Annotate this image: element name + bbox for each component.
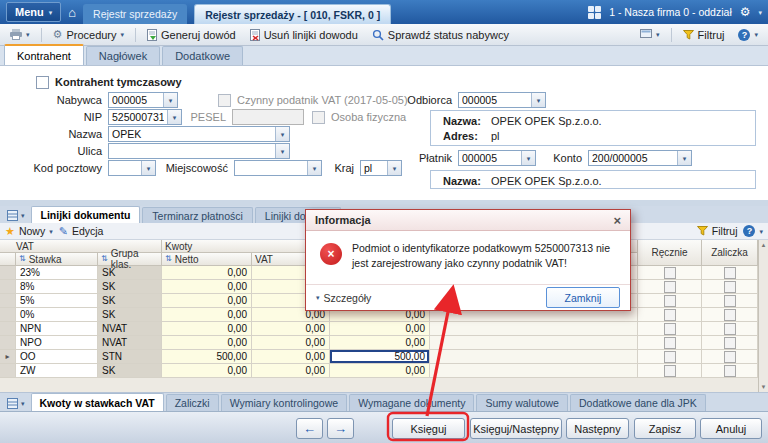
recznie-cell[interactable] bbox=[638, 294, 702, 308]
stawka-cell[interactable]: 23% bbox=[16, 266, 98, 280]
brutto-cell[interactable]: 0,00 bbox=[330, 364, 430, 378]
row-selector[interactable] bbox=[0, 294, 16, 308]
chevron-down-icon[interactable]: ▾ bbox=[167, 110, 181, 124]
kod-pocztowy-combo[interactable]: ▾ bbox=[108, 160, 156, 176]
netto-cell[interactable]: 0,00 bbox=[162, 364, 252, 378]
chevron-down-icon[interactable]: ▾ bbox=[387, 161, 401, 175]
row-selector[interactable] bbox=[0, 322, 16, 336]
nazwa-combo[interactable]: ▾ bbox=[108, 126, 290, 142]
zaliczka-cell[interactable] bbox=[702, 266, 758, 280]
pesel-input[interactable] bbox=[233, 113, 303, 127]
zaliczka-checkbox[interactable] bbox=[724, 267, 736, 279]
netto-cell[interactable]: 500,00 bbox=[162, 350, 252, 364]
chevron-down-icon[interactable]: ▾ bbox=[275, 144, 289, 158]
miejscowosc-input[interactable] bbox=[235, 161, 307, 175]
zapisz-button[interactable]: Zapisz bbox=[634, 418, 696, 439]
pesel-field[interactable] bbox=[232, 109, 304, 125]
column-header-zaliczka[interactable]: Zaliczka bbox=[702, 240, 758, 266]
stawka-cell[interactable]: 5% bbox=[16, 294, 98, 308]
zaliczka-cell[interactable] bbox=[702, 350, 758, 364]
grupa-cell[interactable]: NVAT bbox=[98, 322, 162, 336]
row-selector[interactable] bbox=[0, 364, 16, 378]
odbiorca-input[interactable] bbox=[459, 93, 531, 107]
recznie-cell[interactable] bbox=[638, 350, 702, 364]
zaliczka-cell[interactable] bbox=[702, 322, 758, 336]
table-row-current[interactable]: ▸ OO STN 500,00 0,00 500,00 bbox=[0, 350, 758, 364]
dialog-titlebar[interactable]: Informacja × bbox=[306, 210, 630, 231]
vertical-scrollbar[interactable]: ▲ ▼ bbox=[758, 240, 768, 392]
brutto-cell[interactable]: 0,00 bbox=[330, 322, 430, 336]
menu-button[interactable]: Menu ▾ bbox=[6, 2, 61, 22]
zaliczka-cell[interactable] bbox=[702, 364, 758, 378]
tab-dodatkowe[interactable]: Dodatkowe bbox=[162, 46, 243, 65]
vat-cell[interactable]: 0,00 bbox=[252, 350, 330, 364]
tab-kontrahent[interactable]: Kontrahent bbox=[4, 44, 84, 65]
tab-sumy-walutowe[interactable]: Sumy walutowe bbox=[476, 394, 568, 411]
table-row[interactable]: NPN NVAT 0,00 0,00 0,00 bbox=[0, 322, 758, 336]
tab-dodatkowe-dane-dla-jpk[interactable]: Dodatkowe dane dla JPK bbox=[570, 394, 706, 411]
chevron-down-icon[interactable]: ▾ bbox=[307, 161, 321, 175]
nastepny-button[interactable]: Następny bbox=[566, 418, 629, 439]
miejscowosc-combo[interactable]: ▾ bbox=[234, 160, 322, 176]
kontrahent-tymczasowy-checkbox[interactable] bbox=[36, 76, 49, 89]
grid-help-button[interactable]: ? ▾ bbox=[743, 225, 763, 237]
zaliczka-checkbox[interactable] bbox=[724, 351, 736, 363]
row-selector[interactable] bbox=[0, 280, 16, 294]
vat-cell[interactable]: 0,00 bbox=[252, 336, 330, 350]
stawka-cell[interactable]: 8% bbox=[16, 280, 98, 294]
table-row[interactable]: ZW SK 0,00 0,00 0,00 bbox=[0, 364, 758, 378]
row-selector[interactable] bbox=[0, 266, 16, 280]
chevron-down-icon[interactable]: ▾ bbox=[141, 161, 155, 175]
tab-wymagane-dokumenty[interactable]: Wymagane dokumenty bbox=[349, 394, 474, 411]
row-selector[interactable] bbox=[0, 336, 16, 350]
ulica-combo[interactable]: ▾ bbox=[108, 143, 290, 159]
osoba-fizyczna-checkbox[interactable] bbox=[312, 111, 325, 124]
zaliczka-cell[interactable] bbox=[702, 280, 758, 294]
vat-cell[interactable]: 0,00 bbox=[252, 322, 330, 336]
zaliczka-checkbox[interactable] bbox=[724, 365, 736, 377]
zaliczka-checkbox[interactable] bbox=[724, 323, 736, 335]
recznie-checkbox[interactable] bbox=[664, 323, 676, 335]
netto-cell[interactable]: 0,00 bbox=[162, 294, 252, 308]
scroll-down-icon[interactable]: ▼ bbox=[761, 384, 767, 390]
recznie-cell[interactable] bbox=[638, 364, 702, 378]
sprawdz-status-nabywcy-button[interactable]: Sprawdź status nabywcy bbox=[366, 26, 515, 44]
row-selector[interactable]: ▸ bbox=[0, 350, 16, 364]
recznie-cell[interactable] bbox=[638, 308, 702, 322]
nip-input[interactable] bbox=[109, 110, 167, 124]
scroll-up-icon[interactable]: ▲ bbox=[761, 242, 767, 248]
brutto-cell-focused[interactable]: 500,00 bbox=[330, 350, 430, 364]
ksieguj-button[interactable]: Księguj bbox=[392, 418, 465, 439]
recznie-checkbox[interactable] bbox=[664, 337, 676, 349]
ksieguj-nastepny-button[interactable]: Księguj/Następny bbox=[470, 418, 562, 439]
nabywca-combo[interactable]: ▾ bbox=[108, 92, 178, 108]
tab-wymiary-kontrolingowe[interactable]: Wymiary kontrolingowe bbox=[221, 394, 347, 411]
column-header-grupa-klas[interactable]: ⇅Grupa klas. bbox=[98, 253, 162, 266]
close-icon[interactable]: × bbox=[613, 214, 621, 227]
zaliczka-checkbox[interactable] bbox=[724, 281, 736, 293]
recznie-checkbox[interactable] bbox=[664, 365, 676, 377]
home-icon[interactable]: ⌂ bbox=[68, 6, 76, 19]
netto-cell[interactable]: 0,00 bbox=[162, 336, 252, 350]
column-header-stawka[interactable]: ⇅Stawka bbox=[16, 253, 98, 266]
odbiorca-combo[interactable]: ▾ bbox=[458, 92, 546, 108]
column-header-recznie[interactable]: Ręcznie bbox=[638, 240, 702, 266]
platnik-input[interactable] bbox=[459, 151, 521, 165]
help-button[interactable]: ? ▾ bbox=[732, 26, 764, 44]
recznie-cell[interactable] bbox=[638, 280, 702, 294]
company-selector[interactable]: 1 - Nasza firma 0 - oddział bbox=[609, 6, 732, 18]
vat-cell[interactable]: 0,00 bbox=[252, 364, 330, 378]
bottom-view-menu-button[interactable]: ▾ bbox=[3, 396, 29, 410]
nazwa-input[interactable] bbox=[109, 127, 275, 141]
grupa-cell[interactable]: SK bbox=[98, 280, 162, 294]
zaliczka-cell[interactable] bbox=[702, 336, 758, 350]
window-tab-rejestr-sprzedazy[interactable]: Rejestr sprzedaży bbox=[83, 4, 187, 24]
edycja-button[interactable]: ✎ Edycja bbox=[59, 225, 104, 237]
stawka-cell[interactable]: ZW bbox=[16, 364, 98, 378]
tab-linijki-dokumentu[interactable]: Linijki dokumentu bbox=[31, 206, 141, 223]
grid-view-menu-button[interactable]: ▾ bbox=[3, 208, 29, 222]
grupa-cell[interactable]: STN bbox=[98, 350, 162, 364]
zaliczka-cell[interactable] bbox=[702, 294, 758, 308]
czynny-podatnik-checkbox[interactable] bbox=[218, 94, 231, 107]
szczegoly-expander[interactable]: ▾ Szczegóły bbox=[316, 292, 371, 304]
